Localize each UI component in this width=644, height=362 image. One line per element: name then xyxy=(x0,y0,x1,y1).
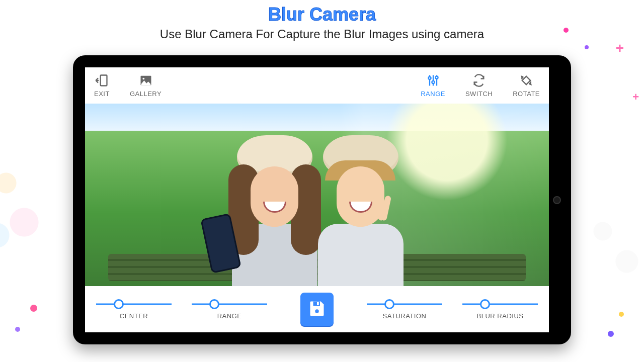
bottom-toolbar: CENTER RANGE xyxy=(85,286,549,332)
preview-illustration xyxy=(308,135,414,286)
svg-point-4 xyxy=(432,81,434,83)
center-slider-label: CENTER xyxy=(120,312,148,320)
svg-point-5 xyxy=(435,76,438,79)
app-screen: EXIT GALLERY xyxy=(85,67,549,332)
decor-rings xyxy=(0,131,60,261)
decor-dot xyxy=(30,305,37,312)
center-slider-group: CENTER xyxy=(96,299,172,320)
decor-dot xyxy=(619,312,624,317)
svg-rect-8 xyxy=(317,302,319,305)
gallery-label: GALLERY xyxy=(130,90,162,98)
decor-plus: + xyxy=(632,90,639,104)
rotate-button[interactable]: ROTATE xyxy=(513,73,540,98)
gallery-icon xyxy=(139,73,153,89)
saturation-slider-group: SATURATION xyxy=(367,299,442,320)
rotate-label: ROTATE xyxy=(513,90,540,98)
exit-icon xyxy=(95,73,109,89)
svg-rect-0 xyxy=(101,75,107,86)
rotate-icon xyxy=(519,73,533,89)
switch-button[interactable]: SWITCH xyxy=(465,73,493,98)
saturation-slider-label: SATURATION xyxy=(383,312,427,320)
range-slider-label: RANGE xyxy=(217,312,242,320)
center-slider[interactable] xyxy=(96,299,172,309)
save-icon xyxy=(308,299,326,319)
device-frame: EXIT GALLERY xyxy=(73,55,571,344)
saturation-slider[interactable] xyxy=(367,299,442,309)
svg-rect-7 xyxy=(313,302,320,306)
switch-label: SWITCH xyxy=(465,90,493,98)
decor-dot xyxy=(585,45,589,49)
range-label: RANGE xyxy=(421,90,445,98)
decor-plus: + xyxy=(616,40,624,56)
exit-button[interactable]: EXIT xyxy=(94,73,110,98)
switch-camera-icon xyxy=(472,73,486,89)
decor-hearts xyxy=(579,201,644,302)
page-title: Blur Camera xyxy=(0,0,644,25)
decor-dot xyxy=(608,331,614,337)
preview-illustration xyxy=(373,196,393,226)
camera-preview[interactable] xyxy=(85,104,549,286)
save-button[interactable] xyxy=(300,293,334,326)
decor-dot xyxy=(15,327,20,332)
blur-radius-slider-group: BLUR RADIUS xyxy=(462,299,538,320)
top-toolbar: EXIT GALLERY xyxy=(85,67,549,104)
range-slider-group: RANGE xyxy=(192,299,267,320)
decor-dot xyxy=(564,28,569,33)
blur-radius-slider[interactable] xyxy=(462,299,538,309)
blur-radius-slider-label: BLUR RADIUS xyxy=(477,312,524,320)
svg-point-2 xyxy=(142,78,144,80)
svg-point-3 xyxy=(428,77,431,79)
sliders-icon xyxy=(426,73,440,89)
exit-label: EXIT xyxy=(94,90,110,98)
range-slider[interactable] xyxy=(192,299,267,309)
gallery-button[interactable]: GALLERY xyxy=(130,73,162,98)
page-subtitle: Use Blur Camera For Capture the Blur Ima… xyxy=(0,27,644,41)
range-button[interactable]: RANGE xyxy=(421,73,445,98)
